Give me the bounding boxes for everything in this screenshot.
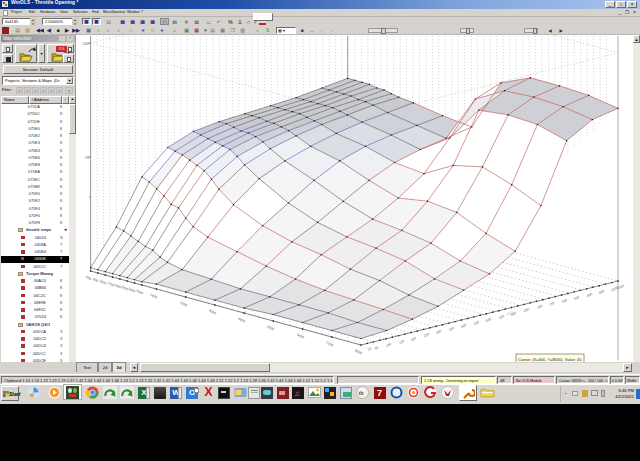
svg-text:Cursor: (X=400, Y=8000), Value: Cursor: (X=400, Y=8000), Value: 45 (518, 357, 582, 362)
svg-text:4000: 4000 (208, 309, 217, 316)
svg-text:600: 600 (85, 275, 92, 281)
svg-text:8000: 8000 (354, 349, 363, 356)
svg-text:tb: tb (359, 390, 365, 396)
svg-text:1000: 1000 (98, 279, 107, 286)
svg-text:650: 650 (523, 307, 530, 313)
svg-text:200: 200 (410, 336, 417, 342)
svg-text:400: 400 (460, 323, 467, 329)
svg-text:850: 850 (573, 295, 580, 301)
svg-text:140: 140 (83, 42, 89, 46)
svg-text:50: 50 (374, 345, 379, 350)
svg-text:450: 450 (473, 320, 480, 326)
svg-text:70: 70 (85, 156, 89, 160)
svg-text:2400: 2400 (149, 293, 158, 300)
svg-text:2000: 2000 (135, 289, 144, 296)
svg-text:1800: 1800 (127, 287, 136, 294)
svg-text:750: 750 (548, 301, 555, 307)
svg-text:900: 900 (586, 292, 593, 298)
svg-text:300: 300 (435, 329, 442, 335)
svg-text:3200: 3200 (179, 301, 188, 308)
svg-text:5600: 5600 (266, 325, 275, 332)
svg-text:350: 350 (448, 326, 455, 332)
svg-text:550: 550 (498, 314, 505, 320)
svg-text:4800: 4800 (237, 317, 246, 324)
svg-text:700: 700 (536, 304, 543, 310)
svg-text:950: 950 (598, 289, 605, 295)
svg-text:6400: 6400 (296, 333, 305, 340)
svg-text:100: 100 (385, 342, 392, 348)
svg-text:800: 800 (92, 277, 99, 283)
svg-text:800: 800 (561, 298, 568, 304)
svg-text:7200: 7200 (325, 341, 334, 348)
svg-text:150: 150 (398, 339, 405, 345)
svg-text:25: 25 (367, 346, 372, 351)
svg-text:250: 250 (423, 332, 430, 338)
svg-text:500: 500 (485, 317, 492, 323)
